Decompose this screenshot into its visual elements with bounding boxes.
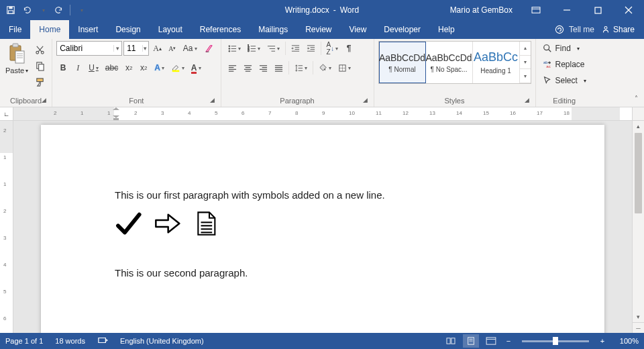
tab-insert[interactable]: Insert xyxy=(69,20,107,39)
tab-references[interactable]: References xyxy=(191,20,250,39)
copy-button[interactable] xyxy=(32,58,48,73)
tell-me-search[interactable]: Tell me xyxy=(554,24,594,35)
tab-review[interactable]: Review xyxy=(297,20,340,39)
subscript-button[interactable]: x2 xyxy=(122,60,136,75)
read-mode-button[interactable] xyxy=(443,334,459,348)
format-painter-button[interactable] xyxy=(32,74,48,89)
replace-button[interactable]: abac Replace xyxy=(540,57,589,72)
line-spacing-button[interactable] xyxy=(292,60,310,75)
spellcheck-indicator[interactable] xyxy=(97,336,108,346)
tab-help[interactable]: Help xyxy=(429,20,464,39)
change-case-button[interactable]: Aa xyxy=(180,41,200,56)
share-button[interactable]: Share xyxy=(601,25,635,34)
scroll-thumb[interactable] xyxy=(635,133,642,213)
text-effects-button[interactable]: A xyxy=(152,60,167,75)
styles-scroll-down[interactable]: ▾ xyxy=(520,56,531,70)
tab-mailings[interactable]: Mailings xyxy=(250,20,297,39)
redo-icon[interactable] xyxy=(52,3,66,17)
sort-button[interactable]: AZ↓ xyxy=(324,41,341,56)
undo-icon[interactable] xyxy=(20,3,34,17)
clear-formatting-button[interactable] xyxy=(201,41,217,56)
style-item[interactable]: AaBbCcDd¶ No Spac... xyxy=(426,42,473,83)
collapse-ribbon-button[interactable]: ˄ xyxy=(631,95,641,104)
symbol-row[interactable] xyxy=(115,210,531,237)
font-name-combo[interactable]: ▾ xyxy=(56,41,122,56)
font-size-combo[interactable]: ▾ xyxy=(123,41,149,56)
horizontal-ruler[interactable]: 21123456789101112131415161718 xyxy=(13,107,632,120)
scroll-up-button[interactable]: ▴ xyxy=(633,121,644,132)
paragraph-launcher[interactable]: ◢ xyxy=(362,97,370,105)
web-layout-button[interactable] xyxy=(483,334,499,348)
undo-dropdown[interactable] xyxy=(36,3,50,17)
zoom-slider[interactable] xyxy=(522,340,589,342)
paste-button[interactable]: Paste▾ xyxy=(4,41,30,76)
font-color-button[interactable]: A xyxy=(189,60,204,75)
tab-home[interactable]: Home xyxy=(30,20,69,39)
group-paragraph: 123 AZ↓ ¶ Paragraph◢ xyxy=(221,39,374,107)
show-hide-marks-button[interactable]: ¶ xyxy=(342,41,356,56)
minimize-button[interactable] xyxy=(551,0,582,20)
zoom-out-button[interactable]: − xyxy=(503,337,514,345)
save-icon[interactable] xyxy=(4,3,17,17)
tab-design[interactable]: Design xyxy=(107,20,149,39)
align-center-button[interactable] xyxy=(241,60,255,75)
numbering-button[interactable]: 123 xyxy=(245,41,263,56)
zoom-level[interactable]: 100% xyxy=(612,337,639,345)
close-button[interactable] xyxy=(613,0,644,20)
vertical-ruler[interactable]: 211234567 xyxy=(0,121,13,333)
ribbon-display-options[interactable] xyxy=(521,0,551,20)
tab-developer[interactable]: Developer xyxy=(375,20,429,39)
align-left-button[interactable] xyxy=(225,60,239,75)
italic-button[interactable]: I xyxy=(71,60,85,75)
tab-file[interactable]: File xyxy=(0,20,30,39)
document-symbol[interactable] xyxy=(193,210,219,237)
user-name[interactable]: Mario at GemBox xyxy=(442,5,521,15)
select-button[interactable]: Select▾ xyxy=(540,73,589,88)
scroll-down-button[interactable]: ▾ xyxy=(633,311,644,322)
word-count[interactable]: 18 words xyxy=(55,337,85,345)
styles-expand[interactable]: ▾ xyxy=(520,69,531,83)
zoom-slider-thumb[interactable] xyxy=(553,337,558,345)
styles-gallery[interactable]: AaBbCcDd¶ NormalAaBbCcDd¶ No Spac...AaBb… xyxy=(378,41,531,84)
zoom-in-button[interactable]: + xyxy=(597,337,608,345)
align-right-button[interactable] xyxy=(256,60,270,75)
cut-button[interactable] xyxy=(32,42,48,57)
shrink-font-button[interactable]: A▾ xyxy=(166,41,179,56)
styles-launcher[interactable]: ◢ xyxy=(523,97,531,105)
bold-button[interactable]: B xyxy=(56,60,70,75)
style-item[interactable]: AaBbCcHeading 1 xyxy=(473,42,520,83)
page[interactable]: This is our first paragraph with symbols… xyxy=(41,125,604,333)
bullets-button[interactable] xyxy=(225,41,244,56)
strikethrough-button[interactable]: abc xyxy=(103,60,121,75)
style-item[interactable]: AaBbCcDd¶ Normal xyxy=(379,42,426,83)
justify-button[interactable] xyxy=(272,60,286,75)
document-area[interactable]: This is our first paragraph with symbols… xyxy=(13,121,632,333)
highlight-button[interactable] xyxy=(168,60,187,75)
decrease-indent-button[interactable] xyxy=(288,41,303,56)
vertical-scrollbar[interactable]: ▴ ▾ ─ xyxy=(632,121,644,333)
font-launcher[interactable]: ◢ xyxy=(209,97,217,105)
grow-font-button[interactable]: A▴ xyxy=(150,41,164,56)
maximize-button[interactable] xyxy=(582,0,613,20)
tab-view[interactable]: View xyxy=(341,20,376,39)
print-layout-button[interactable] xyxy=(463,334,479,348)
tab-layout[interactable]: Layout xyxy=(150,20,191,39)
paragraph-2[interactable]: This is our second paragraph. xyxy=(115,266,531,280)
shading-button[interactable] xyxy=(316,60,334,75)
page-indicator[interactable]: Page 1 of 1 xyxy=(5,337,43,345)
qat-customize[interactable] xyxy=(74,3,88,17)
language-indicator[interactable]: English (United Kingdom) xyxy=(120,337,204,345)
multilevel-list-button[interactable] xyxy=(264,41,282,56)
clipboard-launcher[interactable]: ◢ xyxy=(40,97,48,105)
checkmark-symbol[interactable] xyxy=(115,210,142,237)
arrow-right-symbol[interactable] xyxy=(154,210,180,237)
split-view-handle[interactable]: ─ xyxy=(633,322,644,333)
find-button[interactable]: Find▾ xyxy=(540,41,589,56)
styles-scroll-up[interactable]: ▴ xyxy=(520,42,531,56)
tab-selector[interactable]: ∟ xyxy=(0,107,13,120)
paragraph-1[interactable]: This is our first paragraph with symbols… xyxy=(115,189,531,202)
borders-button[interactable] xyxy=(335,60,354,75)
superscript-button[interactable]: x2 xyxy=(137,60,150,75)
underline-button[interactable]: U xyxy=(86,60,101,75)
increase-indent-button[interactable] xyxy=(304,41,318,56)
